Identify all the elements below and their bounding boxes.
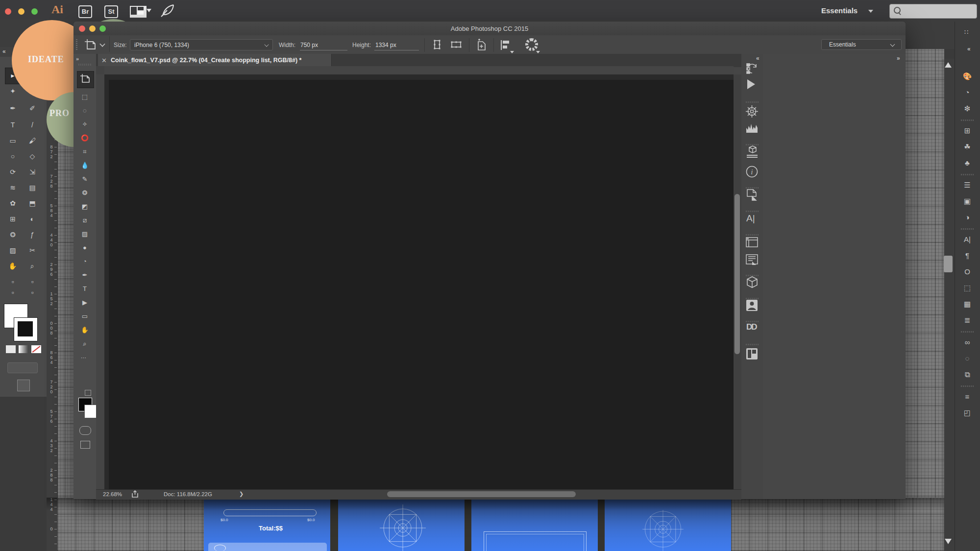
svg-text:i: i <box>751 168 753 176</box>
